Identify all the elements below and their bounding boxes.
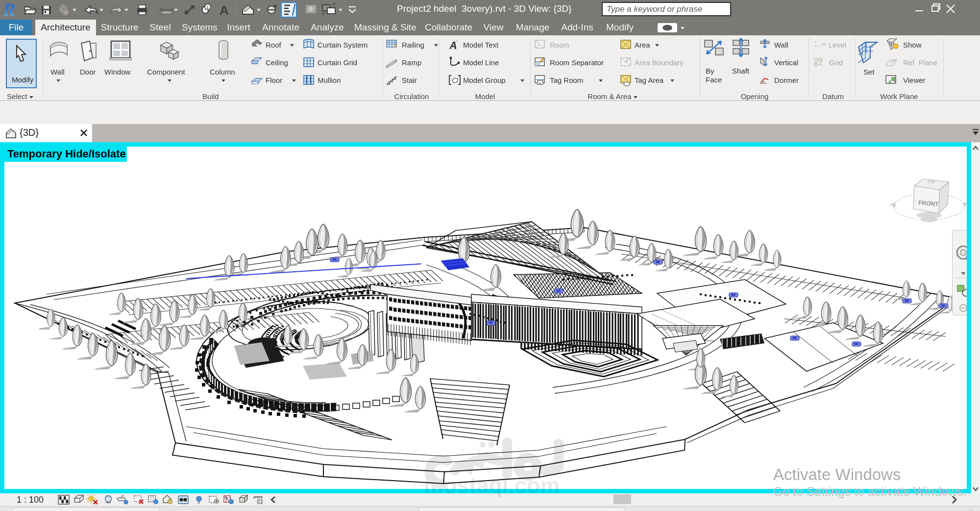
svg-text:mostaql.com: mostaql.com [424,473,560,498]
svg-text:A: A [220,3,229,18]
svg-text:R: R [2,0,15,20]
svg-text:TOP: TOP [927,179,935,184]
svg-text:.1: .1 [813,39,817,44]
svg-text:1: 1 [206,5,209,10]
